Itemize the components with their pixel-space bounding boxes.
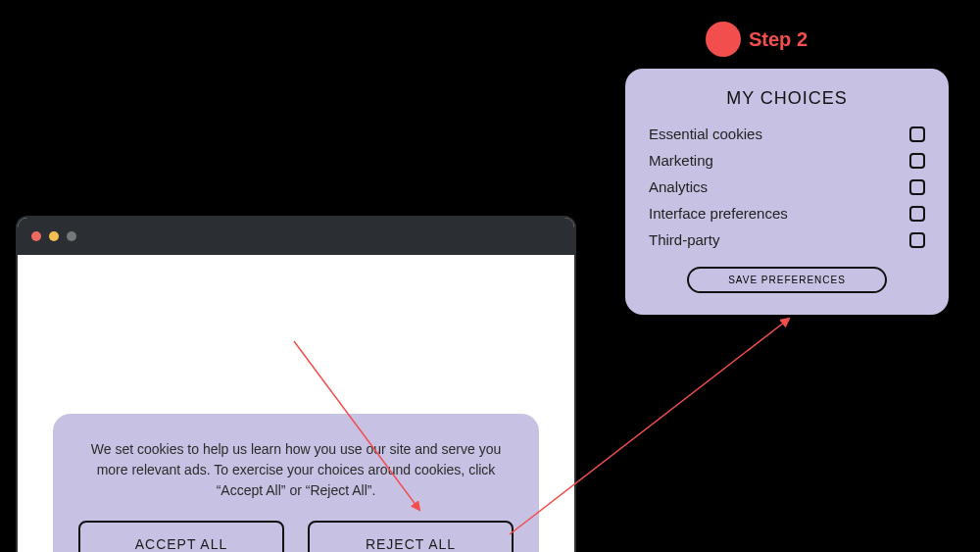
choices-panel: MY CHOICES Essential cookies Marketing A… <box>625 69 949 315</box>
step2-marker: Step 2 <box>706 22 808 57</box>
choices-panel-title: MY CHOICES <box>649 88 925 109</box>
step2-dot-icon <box>706 22 741 57</box>
option-label: Essential cookies <box>649 125 762 142</box>
save-preferences-button[interactable]: SAVE PREFERENCES <box>687 267 887 293</box>
accept-all-button[interactable]: ACCEPT ALL <box>78 521 284 552</box>
option-label: Analytics <box>649 178 708 195</box>
option-row: Essential cookies <box>649 121 925 147</box>
option-row: Third-party <box>649 226 925 253</box>
checkbox-essential[interactable] <box>909 126 925 142</box>
traffic-light-yellow-icon <box>49 231 59 241</box>
browser-window: We set cookies to help us learn how you … <box>16 216 576 552</box>
traffic-light-green-icon <box>67 231 76 241</box>
checkbox-analytics[interactable] <box>909 179 925 195</box>
checkbox-marketing[interactable] <box>909 153 925 169</box>
option-row: Analytics <box>649 174 925 200</box>
option-row: Marketing <box>649 147 925 174</box>
reject-all-button[interactable]: REJECT ALL <box>308 521 514 552</box>
cookie-banner-text: We set cookies to help us learn how you … <box>78 439 514 501</box>
option-label: Marketing <box>649 152 713 169</box>
option-label: Interface preferences <box>649 205 788 222</box>
diagram-stage: Step 1 Step 2 We set cookies to help us … <box>0 0 980 552</box>
checkbox-interface[interactable] <box>909 206 925 222</box>
option-row: Interface preferences <box>649 200 925 226</box>
traffic-light-red-icon <box>31 231 41 241</box>
option-label: Third-party <box>649 231 720 248</box>
step2-label: Step 2 <box>749 28 808 51</box>
checkbox-thirdparty[interactable] <box>909 232 925 248</box>
cookie-banner-buttons: ACCEPT ALL REJECT ALL <box>78 521 514 552</box>
cookie-banner: We set cookies to help us learn how you … <box>53 414 539 552</box>
browser-titlebar <box>18 218 574 255</box>
